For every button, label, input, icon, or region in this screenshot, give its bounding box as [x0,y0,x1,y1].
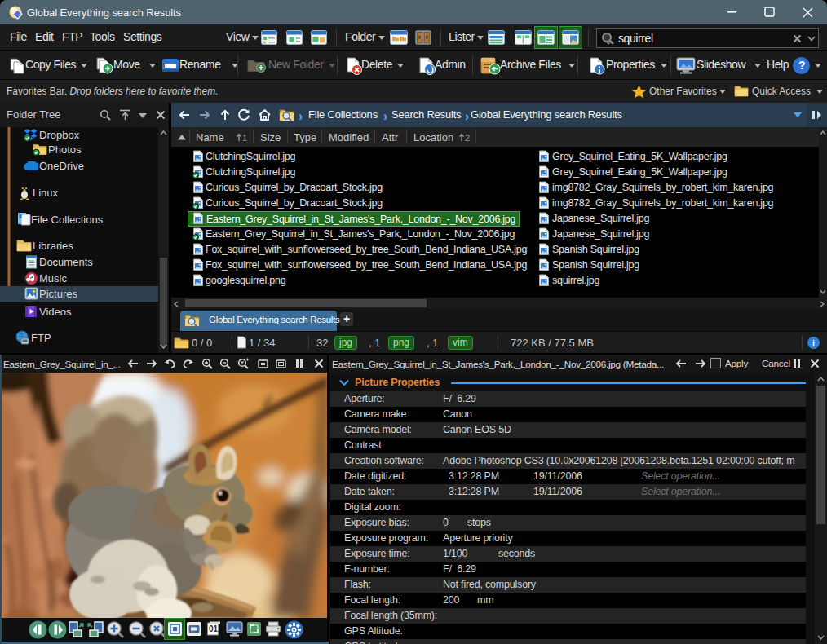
svg-text:1: 1 [242,133,247,142]
svg-text:2: 2 [465,133,470,142]
svg-text:01: 01 [209,624,219,633]
